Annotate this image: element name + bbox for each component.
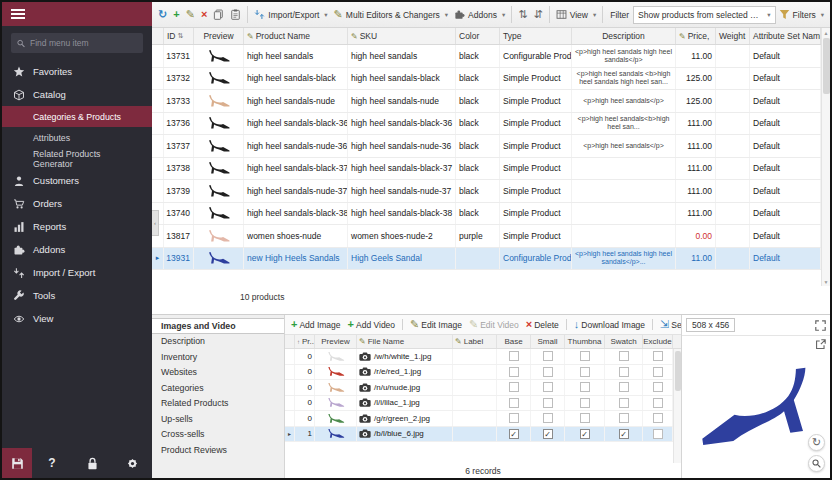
swatch-checkbox[interactable]: [619, 367, 629, 377]
image-row[interactable]: 0/n/u/nude.jpg: [285, 380, 673, 396]
column-header-color[interactable]: Color: [456, 28, 500, 44]
search-input[interactable]: [30, 38, 137, 48]
swatch-checkbox[interactable]: [619, 382, 629, 392]
tab-inventory[interactable]: Inventory: [152, 349, 284, 365]
thumbnail-checkbox[interactable]: [580, 413, 590, 423]
scroll-thumb[interactable]: [823, 38, 830, 94]
thumbnail-checkbox[interactable]: [580, 382, 590, 392]
tab-cross-sells[interactable]: Cross-sells: [152, 427, 284, 443]
column-header-product-name[interactable]: ✎ Product Name: [244, 28, 348, 44]
help-button[interactable]: ?: [37, 448, 67, 478]
sidebar-item-customers[interactable]: Customers: [2, 169, 152, 192]
filter-select[interactable]: Show products from selected categories ▾: [633, 6, 776, 24]
sidebar-item-view[interactable]: View: [2, 307, 152, 330]
sidebar-item-categories-products[interactable]: Categories & Products: [2, 106, 152, 127]
exclude-checkbox[interactable]: [653, 382, 663, 392]
rotate-button[interactable]: ↻: [808, 434, 825, 451]
base-checkbox[interactable]: [509, 367, 519, 377]
column-header-file-name[interactable]: ✎ File Name: [357, 335, 453, 348]
product-row[interactable]: ▸13931new High Heels SandalsHigh Geels S…: [152, 248, 821, 271]
column-header-sku[interactable]: ✎ SKU: [348, 28, 456, 44]
exclude-checkbox[interactable]: [653, 413, 663, 423]
column-header-attribute-set[interactable]: Attribute Set Name: [750, 28, 821, 44]
set-resize-rule-button[interactable]: ⇲Set Resize Rule▾: [657, 318, 681, 331]
vertical-scrollbar[interactable]: ▲ ▼: [821, 28, 830, 286]
column-header-base[interactable]: Base: [497, 335, 531, 348]
small-checkbox[interactable]: [543, 367, 553, 377]
sidebar-item-tools[interactable]: Tools: [2, 284, 152, 307]
sidebar-item-catalog[interactable]: Catalog: [2, 83, 152, 106]
tab-categories[interactable]: Categories: [152, 380, 284, 396]
small-checkbox[interactable]: ✓: [543, 429, 553, 439]
product-row[interactable]: 13817women shoes-nudewomen shoes-nude-2p…: [152, 225, 821, 248]
column-header-description[interactable]: Description: [572, 28, 676, 44]
open-external-icon[interactable]: [815, 339, 826, 350]
sidebar-item-reports[interactable]: Reports: [2, 215, 152, 238]
refresh-button[interactable]: ↻: [155, 7, 170, 22]
zoom-button[interactable]: [808, 455, 825, 472]
exclude-checkbox[interactable]: [653, 398, 663, 408]
swatch-checkbox[interactable]: [619, 413, 629, 423]
scroll-down-arrow[interactable]: ▼: [824, 277, 829, 286]
column-header-label[interactable]: ✎ Label: [453, 335, 497, 348]
column-header-thumbnail[interactable]: Thumbna: [565, 335, 605, 348]
tab-images-and-video[interactable]: Images and Video: [152, 318, 284, 334]
column-header-swatch[interactable]: Swatch: [605, 335, 643, 348]
small-checkbox[interactable]: [543, 413, 553, 423]
tab-description[interactable]: Description: [152, 334, 284, 350]
sidebar-item-related-products-generator[interactable]: Related Products Generator: [2, 148, 152, 169]
product-row[interactable]: 13736high heel sandals-black-36high heel…: [152, 113, 821, 136]
sidebar-item-addons[interactable]: Addons: [2, 238, 152, 261]
scroll-thumb[interactable]: [675, 351, 681, 391]
images-vertical-scrollbar[interactable]: [673, 349, 681, 463]
column-header-id[interactable]: ID ⇅: [164, 28, 194, 44]
swatch-checkbox[interactable]: ✓: [619, 429, 629, 439]
product-row[interactable]: 13738high heel sandals-black-37high heel…: [152, 158, 821, 181]
lock-button[interactable]: [77, 448, 107, 478]
addons-menu[interactable]: Addons ▾: [451, 7, 508, 22]
small-checkbox[interactable]: [543, 351, 553, 361]
base-checkbox[interactable]: [509, 413, 519, 423]
edit-product-button[interactable]: ✎: [183, 7, 198, 22]
copy-button[interactable]: [210, 7, 227, 22]
product-row[interactable]: 13733high heel sandals-nudehigh heel san…: [152, 90, 821, 113]
import-export-menu[interactable]: Import/Export ▾: [251, 7, 330, 22]
collapse-sidebar-handle[interactable]: ‹: [152, 210, 159, 236]
thumbnail-checkbox[interactable]: [580, 398, 590, 408]
sidebar-item-orders[interactable]: Orders: [2, 192, 152, 215]
tab-websites[interactable]: Websites: [152, 365, 284, 381]
image-row[interactable]: 0/w/h/white_1.jpg: [285, 349, 673, 365]
product-row[interactable]: 13737high heel sandals-nude-36high heel …: [152, 135, 821, 158]
tab-up-sells[interactable]: Up-sells: [152, 411, 284, 427]
sidebar-item-attributes[interactable]: Attributes: [2, 127, 152, 148]
column-header-preview[interactable]: Preview: [315, 335, 357, 348]
filters-button[interactable]: Filters ▾: [776, 7, 827, 22]
swatch-checkbox[interactable]: [619, 398, 629, 408]
sort-descending-button[interactable]: ⇵: [530, 7, 545, 22]
base-checkbox[interactable]: ✓: [509, 429, 519, 439]
multi-editors-menu[interactable]: ✎ Multi Editors & Changers ▾: [331, 7, 452, 22]
download-image-button[interactable]: ↓Download Image: [571, 318, 648, 331]
sidebar-item-import-export[interactable]: Import / Export: [2, 261, 152, 284]
product-row[interactable]: 13731high heel sandalshigh heel sandalsb…: [152, 45, 821, 68]
delete-button[interactable]: ×Delete: [523, 318, 562, 331]
delete-product-button[interactable]: ×: [198, 7, 210, 22]
view-menu[interactable]: View ▾: [553, 7, 600, 22]
column-header-weight[interactable]: Weight: [716, 28, 750, 44]
exclude-checkbox[interactable]: [653, 351, 663, 361]
column-header-price[interactable]: ✎ Price,: [676, 28, 716, 44]
menu-icon[interactable]: [11, 9, 25, 19]
image-row[interactable]: ▸1/b/l/blue_6.jpg✓✓✓✓: [285, 427, 673, 443]
column-header-small[interactable]: Small: [531, 335, 565, 348]
paste-button[interactable]: [227, 7, 244, 22]
image-row[interactable]: 0/g/r/green_2.jpg: [285, 411, 673, 427]
sidebar-item-favorites[interactable]: Favorites: [2, 60, 152, 83]
column-header-preview[interactable]: Preview: [194, 28, 244, 44]
thumbnail-checkbox[interactable]: ✓: [580, 429, 590, 439]
image-row[interactable]: 0/r/e/red_1.jpg: [285, 365, 673, 381]
small-checkbox[interactable]: [543, 398, 553, 408]
fullscreen-icon[interactable]: [815, 320, 826, 331]
add-product-button[interactable]: +: [170, 7, 182, 22]
edit-image-button[interactable]: ✎Edit Image: [407, 318, 465, 331]
sort-ascending-button[interactable]: ⇅: [515, 7, 530, 22]
